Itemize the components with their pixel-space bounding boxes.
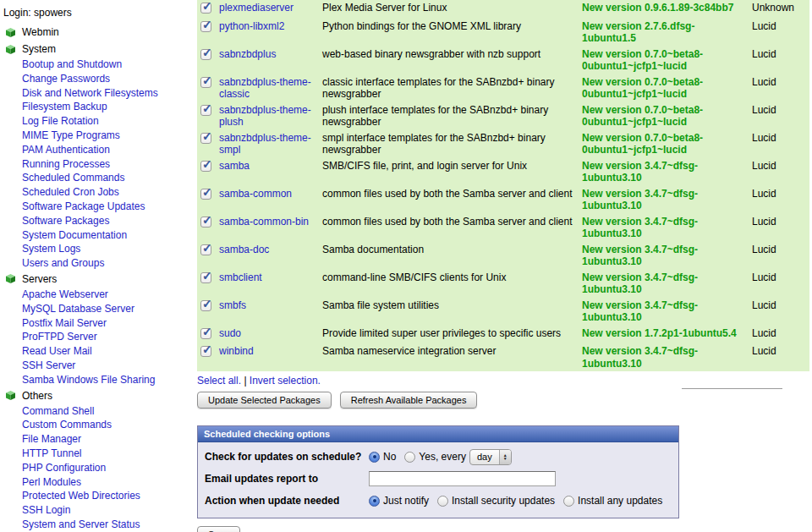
package-name-link[interactable]: sabnzbdplus-theme-classic — [219, 76, 311, 101]
sidebar-item-link[interactable]: ProFTPD Server — [22, 331, 97, 343]
sidebar-item-link[interactable]: Scheduled Cron Jobs — [22, 186, 119, 198]
package-checkbox[interactable] — [200, 21, 211, 32]
sidebar-item-link[interactable]: Log File Rotation — [22, 115, 99, 127]
radio-install-security[interactable] — [437, 496, 448, 507]
save-button[interactable]: Save — [197, 526, 240, 532]
package-name-link[interactable]: samba — [219, 160, 250, 172]
sidebar-item-link[interactable]: System Logs — [22, 243, 80, 255]
sidebar-section[interactable]: System — [0, 41, 195, 58]
sidebar-item-link[interactable]: Protected Web Directories — [22, 490, 140, 502]
package-new-version: New version 0.7.0~beta8-0ubuntu1~jcfp1~l… — [579, 130, 745, 158]
radio-install-any-label: Install any updates — [578, 495, 662, 507]
package-name-link[interactable]: smbfs — [219, 299, 246, 311]
sidebar-item-link[interactable]: Read User Mail — [22, 345, 92, 357]
package-new-version: New version 1.7.2p1-1ubuntu5.4 — [579, 326, 745, 344]
sidebar-item: HTTP Tunnel — [0, 447, 195, 461]
package-checkbox[interactable] — [200, 133, 211, 144]
package-name-link[interactable]: samba-common-bin — [219, 216, 309, 228]
sidebar-item-link[interactable]: Apache Webserver — [22, 288, 108, 300]
package-checkbox[interactable] — [200, 77, 211, 88]
sidebar-item: Scheduled Commands — [0, 171, 195, 185]
package-new-version: New version 3.4.7~dfsg-1ubuntu3.10 — [579, 298, 745, 326]
sidebar-item-link[interactable]: System and Server Status — [22, 518, 140, 530]
radio-yes[interactable] — [404, 452, 415, 463]
sidebar-item: Command Shell — [0, 404, 195, 419]
package-description: classic interface templates for the SABn… — [319, 74, 579, 102]
sidebar-item-link[interactable]: Software Packages — [22, 215, 109, 227]
action-label: Action when update needed — [205, 495, 369, 507]
sidebar-item-link[interactable]: Postfix Mail Server — [22, 317, 107, 329]
sidebar-item-link[interactable]: Bootup and Shutdown — [22, 58, 122, 70]
package-name-link[interactable]: python-libxml2 — [219, 20, 284, 32]
sidebar-item-link[interactable]: HTTP Tunnel — [22, 447, 81, 459]
package-description: Samba nameservice integration server — [319, 343, 579, 371]
package-name-link[interactable]: sabnzbdplus-theme-plush — [219, 104, 311, 129]
sidebar-item-link[interactable]: MySQL Database Server — [22, 303, 134, 315]
sidebar-item-link[interactable]: MIME Type Programs — [22, 129, 120, 141]
package-name-link[interactable]: samba-doc — [219, 244, 269, 255]
sidebar-item-link[interactable]: File Manager — [22, 433, 81, 445]
sidebar-item-link[interactable]: SSH Login — [22, 504, 70, 516]
package-name-link[interactable]: sabnzbdplus — [219, 48, 276, 60]
package-checkbox[interactable] — [200, 272, 211, 283]
package-checkbox[interactable] — [200, 346, 211, 357]
sidebar-item-link[interactable]: SSH Server — [22, 359, 75, 371]
package-name-link[interactable]: sudo — [219, 327, 241, 339]
sidebar-item-link[interactable]: Change Passwords — [22, 73, 110, 85]
period-select[interactable]: day ▲▼ — [469, 449, 512, 465]
package-row: samba-doc Samba documentation New versio… — [197, 242, 809, 270]
sidebar-item-link[interactable]: Running Processes — [22, 158, 110, 170]
radio-no[interactable] — [369, 452, 380, 463]
sidebar-item: System Logs — [0, 242, 195, 256]
package-checkbox[interactable] — [200, 161, 211, 172]
sidebar-item-link[interactable]: PHP Configuration — [22, 462, 106, 474]
package-status: Lucid — [745, 130, 809, 158]
sidebar-item-link[interactable]: System Documentation — [22, 229, 127, 241]
sidebar-item-link[interactable]: Command Shell — [22, 405, 94, 417]
package-checkbox[interactable] — [200, 49, 211, 60]
package-description: web-based binary newsgrabber with nzb su… — [319, 47, 579, 74]
package-new-version: New version 3.4.7~dfsg-1ubuntu3.10 — [579, 158, 745, 186]
sidebar-item: System Documentation — [0, 228, 195, 243]
sidebar-item-link[interactable]: Disk and Network Filesystems — [22, 87, 158, 99]
package-checkbox[interactable] — [200, 217, 211, 228]
sidebar-item-link[interactable]: Users and Groups — [22, 257, 104, 269]
package-row: plexmediaserver Plex Media Server for Li… — [197, 0, 809, 19]
module-category-cube-icon — [6, 45, 15, 54]
period-select-value: day — [470, 450, 499, 464]
sidebar-item-link[interactable]: PAM Authentication — [22, 144, 110, 156]
sidebar-item: Software Package Updates — [0, 200, 195, 214]
package-name-link[interactable]: sabnzbdplus-theme-smpl — [219, 132, 311, 156]
package-name-link[interactable]: winbind — [219, 345, 254, 357]
package-checkbox[interactable] — [200, 189, 211, 200]
package-name-link[interactable]: smbclient — [219, 271, 262, 283]
sidebar-section[interactable]: Others — [0, 387, 195, 404]
sidebar-section[interactable]: Webmin — [0, 24, 195, 41]
sidebar-section-label: Others — [22, 390, 52, 402]
sidebar-item-link[interactable]: Scheduled Commands — [22, 172, 124, 184]
sidebar-section[interactable]: Servers — [0, 271, 195, 288]
package-checkbox[interactable] — [200, 300, 211, 311]
package-name-link[interactable]: samba-common — [219, 188, 292, 200]
sidebar-item-link[interactable]: Custom Commands — [22, 419, 112, 431]
package-checkbox[interactable] — [200, 328, 211, 339]
radio-just-notify[interactable] — [369, 496, 380, 507]
sidebar-item-link[interactable]: Perl Modules — [22, 476, 81, 488]
sidebar-item-link[interactable]: Software Package Updates — [22, 200, 145, 212]
package-name-link[interactable]: plexmediaserver — [219, 2, 294, 14]
sidebar-item: PAM Authentication — [0, 143, 195, 157]
package-checkbox[interactable] — [200, 3, 211, 14]
sidebar-item: Protected Web Directories — [0, 489, 195, 503]
package-checkbox[interactable] — [200, 105, 211, 116]
refresh-available-button[interactable]: Refresh Available Packages — [340, 392, 478, 409]
sidebar-item-link[interactable]: Samba Windows File Sharing — [22, 374, 155, 386]
sidebar-item-link[interactable]: Filesystem Backup — [22, 101, 107, 112]
radio-install-any[interactable] — [563, 496, 574, 507]
invert-selection-link[interactable]: Invert selection. — [250, 375, 321, 387]
update-selected-button[interactable]: Update Selected Packages — [197, 392, 332, 409]
email-input[interactable] — [369, 471, 556, 486]
package-checkbox[interactable] — [200, 244, 211, 255]
package-description: Python bindings for the GNOME XML librar… — [319, 19, 579, 47]
package-row: sabnzbdplus-theme-classic classic interf… — [197, 74, 809, 102]
select-all-link[interactable]: Select all. — [197, 375, 241, 387]
